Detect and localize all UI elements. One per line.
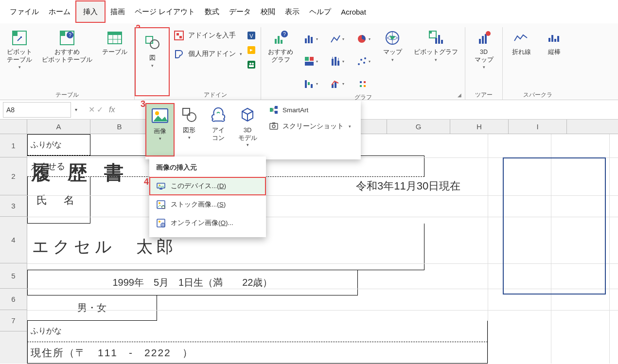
- chevron-down-icon: ▾: [435, 57, 437, 62]
- icons-button[interactable]: アイ コン: [204, 103, 233, 143]
- ribbon-group-sparklines: 折れ線 縦棒 スパークラ: [503, 27, 573, 100]
- tab-file[interactable]: ファイル: [5, 0, 44, 23]
- chevron-down-icon: ▾: [159, 136, 161, 141]
- get-addins-button[interactable]: アドインを入手: [174, 30, 242, 41]
- tab-acrobat[interactable]: Acrobat: [336, 1, 371, 22]
- col-header-I[interactable]: I: [509, 120, 567, 134]
- statistic-chart-button[interactable]: ▾: [326, 52, 348, 71]
- screenshot-button[interactable]: スクリーンショット ▾: [269, 121, 351, 131]
- chevron-down-icon: ▾: [247, 142, 249, 147]
- column-chart-button[interactable]: ▾: [300, 29, 321, 49]
- sparklines-group-label: スパークラ: [523, 91, 552, 100]
- svg-point-20: [249, 63, 251, 65]
- fx-icon[interactable]: fx: [109, 105, 115, 114]
- combo-chart-button[interactable]: ▾: [326, 74, 348, 93]
- pivot-chart-button[interactable]: ピボットグラフ ▾: [411, 27, 461, 64]
- smartart-button[interactable]: SmartArt: [269, 105, 351, 115]
- pivot-table-label: ピボット テーブル: [7, 49, 32, 64]
- select-all-corner[interactable]: [0, 120, 27, 134]
- sparkline-line-button[interactable]: 折れ線: [507, 27, 536, 58]
- insert-picture-button[interactable]: 画像 ▾: [145, 103, 175, 156]
- 3d-map-button[interactable]: 3D マップ ▾: [469, 27, 498, 71]
- my-addins-button[interactable]: 個人用アドイン ▾: [174, 49, 242, 59]
- 3d-models-button[interactable]: 3D モデル ▾: [233, 103, 262, 149]
- svg-rect-59: [479, 39, 481, 44]
- pivot-table-button[interactable]: ピボット テーブル ▾: [4, 27, 35, 71]
- recommended-charts-icon: ?: [272, 29, 289, 47]
- illustrations-label: 図: [149, 54, 156, 62]
- row-header-7[interactable]: 7: [0, 310, 27, 331]
- row-header-6[interactable]: 6: [0, 289, 27, 310]
- screenshot-icon: [269, 121, 279, 131]
- row-header-3[interactable]: 3: [0, 195, 27, 217]
- col-header-A[interactable]: A: [27, 120, 90, 134]
- insert-picture-label: 画像: [154, 127, 166, 135]
- tab-help[interactable]: ヘルプ: [304, 0, 336, 23]
- sheet-canvas[interactable]: 履 歴 書 令和3年11月30日現在 ふりがな えくせる 氏 名 エクセル 太郎…: [27, 134, 618, 364]
- waterfall-chart-button[interactable]: ▾: [300, 74, 321, 93]
- shapes-button[interactable]: 図形 ▾: [175, 103, 204, 142]
- sparkline-column-button[interactable]: 縦棒: [540, 27, 569, 58]
- svg-rect-29: [308, 35, 310, 43]
- resume-birth: 1999年 5月 1日生（満 22歳）: [27, 270, 358, 295]
- funnel-chart-button[interactable]: [353, 74, 374, 93]
- row-header-1[interactable]: 1: [0, 134, 27, 157]
- picture-from-stock[interactable]: ストック画像...(S): [149, 195, 266, 214]
- table-button[interactable]: テーブル: [99, 27, 130, 58]
- sparkline-line-label: 折れ線: [512, 49, 531, 56]
- tab-home[interactable]: ホーム: [44, 0, 75, 23]
- pie-chart-button[interactable]: ▾: [353, 29, 374, 49]
- col-header-H[interactable]: H: [450, 120, 509, 134]
- col-header-G[interactable]: G: [387, 120, 450, 134]
- tab-view[interactable]: 表示: [280, 0, 304, 23]
- ribbon-group-tables: ピボット テーブル ▾ ? おすすめ ピボットテーブル テーブル テーブル: [0, 27, 135, 100]
- tab-draw[interactable]: 描画: [106, 0, 130, 23]
- recommended-charts-button[interactable]: ? おすすめ グラフ: [265, 27, 296, 66]
- illustrations-button[interactable]: 図 ▾: [135, 27, 170, 96]
- charts-dialog-launcher[interactable]: ◢: [456, 91, 463, 98]
- svg-rect-72: [275, 106, 278, 109]
- svg-rect-30: [311, 37, 313, 43]
- picture-from-online[interactable]: オンライン画像(O)...: [149, 214, 266, 232]
- recommended-charts-label: おすすめ グラフ: [268, 49, 293, 64]
- row-header-2[interactable]: 2: [0, 157, 27, 195]
- tab-pagelayout[interactable]: ページ レイアウト: [130, 0, 200, 23]
- people-graph-icon[interactable]: [246, 59, 257, 70]
- shapes-label: 図形: [183, 126, 195, 134]
- svg-rect-45: [308, 82, 310, 85]
- line-chart-button[interactable]: ▾: [326, 29, 348, 49]
- svg-rect-24: [278, 36, 280, 44]
- ribbon-group-tours: 3D マップ ▾ ツアー: [465, 27, 503, 100]
- row-header-4[interactable]: 4: [0, 217, 27, 263]
- scatter-chart-button[interactable]: ▾: [353, 52, 374, 71]
- recommended-pivot-button[interactable]: ? おすすめ ピボットテーブル: [39, 27, 95, 66]
- picture-from-device[interactable]: このデバイス...(D): [149, 177, 266, 195]
- tab-data[interactable]: データ: [224, 0, 256, 23]
- svg-rect-76: [270, 123, 278, 129]
- pivot-table-icon: [11, 29, 28, 47]
- icons-label: アイ コン: [212, 126, 225, 141]
- tab-insert[interactable]: 挿入: [75, 0, 106, 23]
- col-header-B[interactable]: B: [90, 120, 149, 134]
- svg-rect-25: [281, 40, 283, 44]
- visio-icon[interactable]: V: [246, 30, 257, 41]
- smartart-icon: [269, 105, 279, 115]
- tab-formulas[interactable]: 数式: [200, 0, 224, 23]
- chevron-down-icon: ▾: [240, 52, 242, 56]
- svg-rect-49: [360, 81, 362, 83]
- svg-rect-3: [60, 31, 65, 36]
- bing-icon[interactable]: [246, 45, 257, 55]
- tab-review[interactable]: 校閲: [256, 0, 280, 23]
- row-header-5[interactable]: 5: [0, 263, 27, 289]
- svg-text:?: ?: [283, 32, 286, 37]
- hierarchy-chart-button[interactable]: ▾: [300, 52, 321, 71]
- recommended-pivot-label: おすすめ ピボットテーブル: [42, 49, 92, 64]
- maps-button[interactable]: マップ ▾: [378, 27, 407, 64]
- svg-rect-64: [551, 35, 553, 42]
- svg-point-77: [272, 125, 275, 128]
- name-box-dropdown[interactable]: ▾: [71, 107, 81, 112]
- name-box[interactable]: A8: [3, 102, 71, 118]
- cancel-formula-icon[interactable]: ✕: [88, 105, 95, 114]
- picture-icon: [150, 106, 170, 125]
- enter-formula-icon[interactable]: ✓: [97, 105, 103, 114]
